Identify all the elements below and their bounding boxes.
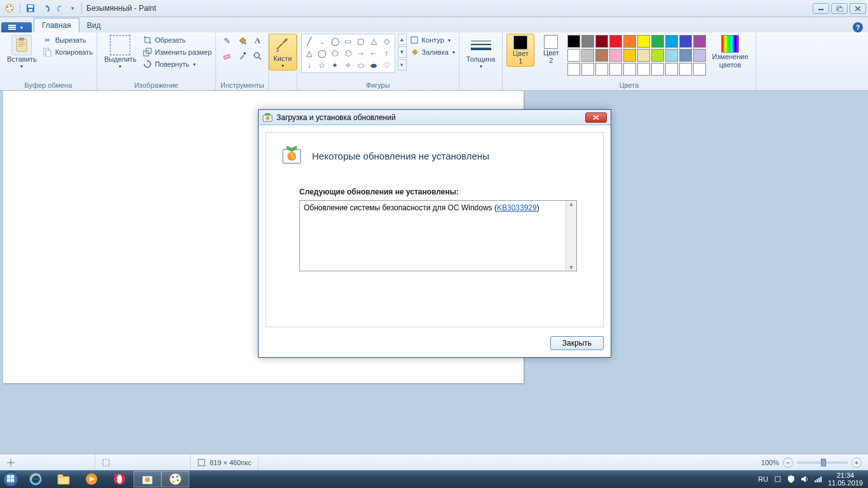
- color-swatch[interactable]: [595, 35, 608, 48]
- zoom-out-button[interactable]: −: [783, 458, 793, 468]
- taskbar-windows-update[interactable]: [133, 471, 161, 487]
- color-swatch[interactable]: [679, 49, 692, 62]
- taskbar-ie[interactable]: [22, 471, 50, 487]
- color-swatch[interactable]: [581, 35, 594, 48]
- color-swatch[interactable]: [567, 35, 580, 48]
- color-swatch[interactable]: [609, 49, 622, 62]
- taskbar-wmp[interactable]: [78, 471, 105, 487]
- shapes-gallery[interactable]: ╱⦦◯▭▢△◇ △◯⬠⬡→←↑ ↓☆✦✧⬭⬬♡: [301, 34, 395, 73]
- svg-point-42: [117, 475, 122, 484]
- color-swatch[interactable]: [595, 49, 608, 62]
- help-icon[interactable]: ?: [853, 22, 863, 32]
- brushes-button[interactable]: Кисти ▾: [269, 34, 296, 71]
- edit-colors-button[interactable]: Изменение цветов: [709, 34, 751, 70]
- color-swatch[interactable]: [665, 35, 678, 48]
- svg-point-30: [266, 116, 269, 120]
- paste-button[interactable]: Вставить ▾: [4, 34, 40, 71]
- outline-icon: [409, 35, 419, 45]
- eraser-tool[interactable]: [220, 49, 234, 63]
- redo-icon[interactable]: [53, 1, 69, 15]
- color-swatch[interactable]: [637, 35, 650, 48]
- paint-app-icon[interactable]: [2, 1, 17, 15]
- magnifier-tool[interactable]: [250, 49, 264, 63]
- color-swatch[interactable]: [693, 35, 706, 48]
- save-icon[interactable]: [23, 1, 38, 15]
- dialog-subheading: Следующие обновления не установлены:: [299, 187, 589, 196]
- empty-swatch[interactable]: [693, 63, 706, 76]
- network-icon[interactable]: [814, 475, 823, 484]
- fill-button[interactable]: Заливка▾: [409, 47, 455, 57]
- taskbar-explorer[interactable]: [50, 471, 78, 487]
- shapes-scroll-down[interactable]: ▼: [398, 46, 407, 58]
- color-swatch[interactable]: [651, 35, 664, 48]
- shapes-scroll-up[interactable]: ▲: [398, 34, 407, 45]
- color-swatch[interactable]: [567, 49, 580, 62]
- tray-cpu-icon[interactable]: [773, 475, 782, 484]
- tab-home[interactable]: Главная: [34, 18, 79, 32]
- dialog-close-button[interactable]: [585, 112, 607, 123]
- pencil-tool[interactable]: ✎: [220, 34, 234, 48]
- zoom-slider[interactable]: [797, 461, 848, 464]
- crop-button[interactable]: Обрезать: [142, 35, 212, 45]
- svg-rect-50: [775, 477, 780, 482]
- resize-button[interactable]: Изменить размер: [142, 47, 212, 57]
- close-updates-button[interactable]: Закрыть: [550, 336, 604, 350]
- outline-button[interactable]: Контур▾: [409, 35, 455, 45]
- tab-view[interactable]: Вид: [79, 18, 109, 32]
- shapes-expand[interactable]: ▾: [398, 59, 407, 71]
- svg-point-0: [6, 4, 13, 12]
- updates-list[interactable]: Обновление системы безопасности для ОС W…: [299, 200, 577, 271]
- color-swatch[interactable]: [623, 35, 636, 48]
- rotate-button[interactable]: Повернуть▾: [142, 59, 212, 69]
- empty-swatch[interactable]: [567, 63, 580, 76]
- color-swatch[interactable]: [623, 49, 636, 62]
- taskbar-paint[interactable]: [161, 471, 189, 487]
- clock[interactable]: 21:34 11.05.2019: [828, 471, 863, 487]
- action-center-icon[interactable]: [787, 475, 795, 484]
- color-swatch[interactable]: [693, 49, 706, 62]
- system-tray: RU 21:34 11.05.2019: [753, 471, 868, 487]
- undo-icon[interactable]: [38, 1, 53, 15]
- file-tab[interactable]: [1, 22, 32, 32]
- color-swatch[interactable]: [581, 49, 594, 62]
- maximize-button[interactable]: [831, 3, 848, 14]
- shapes-group-label: Фигуры: [301, 80, 455, 90]
- thickness-button[interactable]: Толщина ▾: [463, 34, 499, 71]
- close-button[interactable]: [850, 3, 866, 14]
- color-swatch[interactable]: [651, 49, 664, 62]
- cut-button[interactable]: ✂Вырезать: [43, 35, 93, 45]
- empty-swatch[interactable]: [595, 63, 608, 76]
- select-button[interactable]: Выделить ▾: [101, 34, 140, 71]
- minimize-button[interactable]: [813, 3, 829, 14]
- zoom-in-button[interactable]: +: [851, 458, 862, 468]
- list-scrollbar[interactable]: ▲▼: [566, 201, 576, 271]
- empty-swatch[interactable]: [637, 63, 650, 76]
- color-swatch[interactable]: [665, 49, 678, 62]
- empty-swatch[interactable]: [679, 63, 692, 76]
- color2-button[interactable]: Цвет 2: [537, 34, 565, 65]
- copy-button[interactable]: Копировать: [43, 47, 93, 57]
- text-tool[interactable]: A: [250, 34, 264, 48]
- qat-customize-icon[interactable]: ▾: [69, 1, 77, 15]
- empty-swatch[interactable]: [651, 63, 664, 76]
- bucket-tool[interactable]: [235, 34, 249, 48]
- empty-swatch[interactable]: [609, 63, 622, 76]
- empty-swatch[interactable]: [581, 63, 594, 76]
- color-swatch[interactable]: [609, 35, 622, 48]
- color-palette[interactable]: [567, 34, 706, 77]
- start-button[interactable]: [0, 470, 22, 488]
- language-indicator[interactable]: RU: [758, 475, 768, 483]
- taskbar-opera[interactable]: [105, 471, 133, 487]
- volume-icon[interactable]: [800, 475, 809, 484]
- empty-swatch[interactable]: [623, 63, 636, 76]
- picker-tool[interactable]: [235, 49, 249, 63]
- zoom-level: 100%: [761, 459, 779, 466]
- title-bar: ▾ Безымянный - Paint: [0, 0, 868, 17]
- empty-swatch[interactable]: [665, 63, 678, 76]
- dialog-titlebar[interactable]: Загрузка и установка обновлений: [259, 110, 611, 125]
- color1-button[interactable]: Цвет 1: [506, 34, 534, 67]
- color-swatch[interactable]: [679, 35, 692, 48]
- kb-link[interactable]: KB3033929: [497, 203, 537, 212]
- select-rect-icon: [110, 35, 130, 55]
- color-swatch[interactable]: [637, 49, 650, 62]
